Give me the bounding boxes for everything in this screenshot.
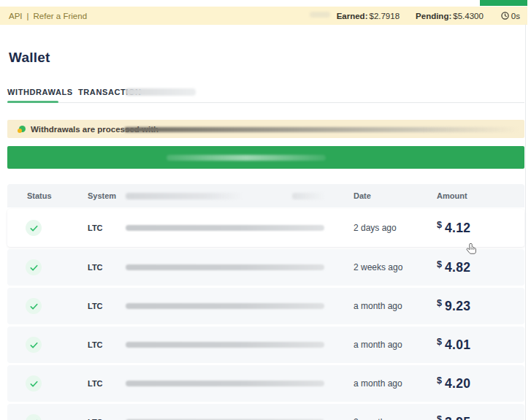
earned-stat: Earned: $2.7918	[337, 12, 400, 20]
status-success-icon	[26, 298, 42, 314]
column-header-status: Status	[27, 191, 52, 200]
amount-value: 3.95	[445, 415, 470, 420]
redacted-text	[167, 155, 326, 161]
status-success-icon	[26, 220, 42, 236]
tab-withdrawals[interactable]: WITHDRAWALS	[7, 88, 73, 96]
amount-value: 4.82	[445, 260, 470, 275]
currency-symbol: $	[437, 375, 442, 386]
amount-value: 4.12	[445, 221, 470, 235]
system-cell: LTC	[88, 302, 103, 310]
table-body: LTC 2 days ago $4.12 LTC 2 weeks ago $4.…	[7, 209, 524, 420]
column-header-date: Date	[354, 191, 371, 200]
table-row[interactable]: LTC a month ago $9.23	[7, 288, 524, 324]
status-dot-icon	[18, 126, 26, 133]
timer: 0s	[501, 12, 520, 20]
active-tab-indicator	[7, 101, 58, 103]
redacted-text	[292, 193, 325, 199]
refer-a-friend-link[interactable]: Refer a Friend	[34, 12, 88, 20]
status-success-icon	[26, 375, 42, 392]
top-bar: API | Refer a Friend Earned: $2.7918 Pen…	[0, 7, 527, 25]
pending-label: Pending:	[416, 12, 451, 20]
redacted-text	[126, 88, 196, 96]
page-title: Wallet	[9, 50, 50, 66]
tab-divider	[7, 102, 524, 103]
topbar-links: API | Refer a Friend	[9, 12, 87, 20]
date-cell: 2 weeks ago	[354, 262, 402, 272]
date-cell: 2 months ago	[354, 417, 407, 420]
earned-value: $2.7918	[369, 12, 400, 20]
system-cell: LTC	[88, 263, 103, 272]
amount-value: 9.23	[445, 299, 470, 313]
date-cell: a month ago	[354, 378, 402, 389]
topbar-stats: Earned: $2.7918 Pending: $5.4300 0s	[326, 12, 520, 20]
right-edge-divider	[525, 24, 526, 420]
api-link[interactable]: API	[9, 12, 23, 20]
status-success-icon	[26, 259, 42, 275]
table-header: Status System Date Amount	[7, 184, 524, 207]
amount-cell: $4.82	[437, 259, 470, 275]
status-success-icon	[26, 414, 42, 420]
system-cell: LTC	[88, 379, 103, 388]
redacted-address	[126, 342, 324, 348]
status-success-icon	[26, 337, 42, 353]
amount-cell: $4.01	[437, 337, 470, 353]
amount-value: 4.01	[445, 337, 470, 352]
date-cell: a month ago	[354, 301, 402, 311]
table-row[interactable]: LTC a month ago $4.01	[7, 327, 524, 363]
redacted-address	[126, 303, 324, 309]
system-cell: LTC	[88, 340, 103, 349]
date-cell: 2 days ago	[354, 223, 397, 233]
withdrawals-table: Status System Date Amount LTC 2 days ago…	[7, 184, 524, 420]
pending-stat: Pending: $5.4300	[416, 12, 484, 20]
timer-value: 0s	[511, 12, 520, 20]
top-progress-strip	[480, 0, 527, 6]
link-separator: |	[27, 12, 29, 20]
table-row[interactable]: LTC a month ago $4.20	[7, 365, 524, 402]
amount-value: 4.20	[445, 376, 470, 391]
currency-symbol: $	[437, 298, 442, 308]
redacted-text	[126, 193, 242, 199]
clock-icon	[501, 12, 509, 20]
redacted-address	[126, 381, 324, 386]
currency-symbol: $	[437, 259, 442, 270]
amount-cell: $4.12	[437, 220, 470, 236]
pending-value: $5.4300	[453, 12, 484, 20]
system-cell: LTC	[88, 224, 103, 232]
table-row[interactable]: LTC 2 months ago $3.95	[7, 404, 524, 420]
redacted-text	[124, 127, 519, 132]
amount-cell: $3.95	[437, 414, 470, 420]
table-row[interactable]: LTC 2 weeks ago $4.82	[7, 249, 524, 286]
table-row[interactable]: LTC 2 days ago $4.12	[7, 209, 524, 247]
redacted-text	[310, 12, 330, 18]
redacted-address	[126, 225, 324, 231]
currency-symbol: $	[437, 414, 442, 420]
column-header-system: System	[88, 191, 116, 200]
redacted-address	[126, 264, 324, 270]
date-cell: a month ago	[354, 340, 402, 350]
amount-cell: $9.23	[437, 298, 470, 314]
column-header-amount: Amount	[437, 191, 467, 200]
currency-symbol: $	[437, 220, 442, 230]
earned-label: Earned:	[337, 12, 368, 20]
amount-cell: $4.20	[437, 375, 470, 392]
currency-symbol: $	[437, 337, 442, 347]
